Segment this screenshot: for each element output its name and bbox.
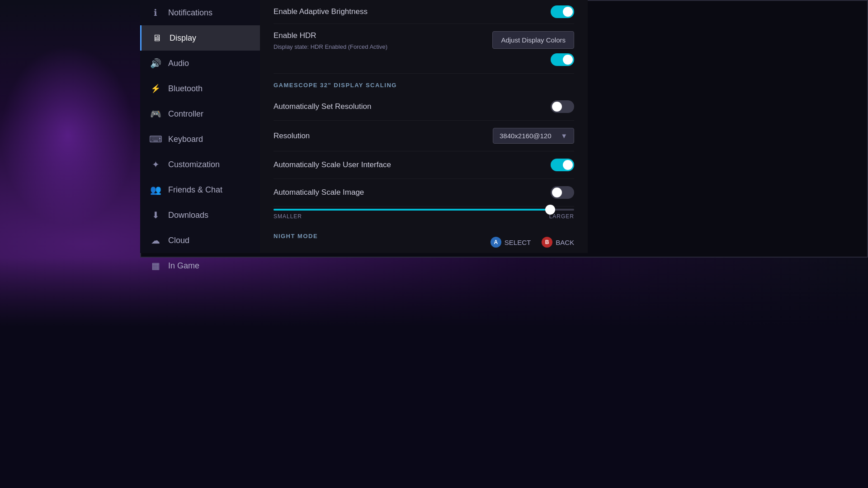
- resolution-dropdown[interactable]: 3840x2160@120 ▼: [493, 128, 574, 144]
- slider-labels: SMALLER LARGER: [274, 213, 574, 220]
- steam-deck-physical: [0, 258, 868, 488]
- resolution-value: 3840x2160@120: [500, 132, 552, 140]
- sidebar-item-downloads[interactable]: ⬇ Downloads: [140, 202, 260, 228]
- slider-larger-label: LARGER: [549, 213, 574, 220]
- sidebar-item-audio[interactable]: 🔊 Audio: [140, 51, 260, 76]
- customization-icon: ✦: [149, 158, 162, 171]
- gamescope-section-header: GAMESCOPE 32" DISPLAY SCALING: [274, 74, 574, 93]
- sidebar-item-keyboard[interactable]: ⌨ Keyboard: [140, 127, 260, 152]
- sidebar-item-display[interactable]: 🖥 Display: [140, 25, 260, 51]
- hdr-row: Enable HDR Display state: HDR Enabled (F…: [274, 24, 574, 74]
- friends-icon: 👥: [149, 183, 162, 196]
- sidebar-label-controller: Controller: [168, 109, 203, 119]
- auto-scale-image-toggle[interactable]: [551, 186, 574, 199]
- bottom-bar: A SELECT B BACK: [491, 237, 574, 248]
- back-label: BACK: [556, 239, 574, 246]
- sidebar-label-notifications: Notifications: [168, 8, 212, 18]
- auto-scale-ui-label: Automatically Scale User Interface: [274, 160, 391, 169]
- select-indicator: A SELECT: [491, 237, 531, 248]
- sidebar-label-cloud: Cloud: [168, 236, 189, 245]
- sidebar-label-downloads: Downloads: [168, 211, 208, 220]
- dropdown-chevron-icon: ▼: [561, 132, 567, 140]
- sidebar-label-keyboard: Keyboard: [168, 135, 203, 144]
- adaptive-brightness-row: Enable Adaptive Brightness: [274, 0, 574, 24]
- auto-set-resolution-label: Automatically Set Resolution: [274, 102, 371, 111]
- cloud-icon: ☁: [149, 234, 162, 247]
- sidebar-label-audio: Audio: [168, 59, 189, 68]
- hdr-right: Adjust Display Colors: [492, 31, 574, 66]
- purple-glow: [0, 45, 136, 226]
- sidebar: ℹ Notifications 🖥 Display 🔊 Audio ⚡ Blue…: [140, 0, 260, 253]
- sidebar-item-customization[interactable]: ✦ Customization: [140, 152, 260, 177]
- hdr-sublabel: Display state: HDR Enabled (Forced Activ…: [274, 43, 387, 50]
- hdr-toggle[interactable]: [551, 53, 574, 66]
- main-content: Enable Adaptive Brightness Enable HDR Di…: [260, 0, 588, 253]
- scale-slider-container: SMALLER LARGER: [274, 206, 574, 226]
- keyboard-icon: ⌨: [149, 133, 162, 145]
- sidebar-item-notifications[interactable]: ℹ Notifications: [140, 0, 260, 25]
- slider-smaller-label: SMALLER: [274, 213, 302, 220]
- controller-icon: 🎮: [149, 108, 162, 120]
- audio-icon: 🔊: [149, 57, 162, 70]
- sidebar-label-display: Display: [170, 33, 196, 43]
- auto-scale-ui-row: Automatically Scale User Interface: [274, 151, 574, 179]
- ingame-icon: ▦: [149, 259, 162, 272]
- sidebar-label-ingame: In Game: [168, 261, 199, 271]
- adaptive-brightness-toggle[interactable]: [551, 5, 574, 18]
- resolution-label: Resolution: [274, 131, 310, 141]
- auto-scale-image-label: Automatically Scale Image: [274, 188, 364, 197]
- back-indicator: B BACK: [542, 237, 574, 248]
- select-label: SELECT: [505, 239, 531, 246]
- ui-container: ℹ Notifications 🖥 Display 🔊 Audio ⚡ Blue…: [140, 0, 588, 253]
- slider-fill: [274, 209, 550, 211]
- sidebar-label-customization: Customization: [168, 160, 220, 169]
- sidebar-label-bluetooth: Bluetooth: [168, 84, 203, 94]
- slider-thumb[interactable]: [545, 205, 555, 215]
- sidebar-item-controller[interactable]: 🎮 Controller: [140, 101, 260, 127]
- hdr-label: Enable HDR: [274, 31, 387, 40]
- auto-set-resolution-toggle[interactable]: [551, 100, 574, 113]
- auto-scale-image-row: Automatically Scale Image: [274, 179, 574, 206]
- display-icon: 🖥: [151, 32, 163, 44]
- sidebar-label-friends: Friends & Chat: [168, 185, 222, 195]
- sidebar-item-bluetooth[interactable]: ⚡ Bluetooth: [140, 76, 260, 101]
- sidebar-item-cloud[interactable]: ☁ Cloud: [140, 228, 260, 253]
- auto-set-resolution-row: Automatically Set Resolution: [274, 93, 574, 121]
- resolution-row: Resolution 3840x2160@120 ▼: [274, 121, 574, 151]
- adaptive-brightness-label: Enable Adaptive Brightness: [274, 7, 368, 16]
- hdr-left: Enable HDR Display state: HDR Enabled (F…: [274, 31, 387, 50]
- b-button-icon: B: [542, 237, 552, 248]
- bluetooth-icon: ⚡: [149, 82, 162, 95]
- sidebar-item-friends[interactable]: 👥 Friends & Chat: [140, 177, 260, 202]
- a-button-icon: A: [491, 237, 501, 248]
- sidebar-item-ingame[interactable]: ▦ In Game: [140, 253, 260, 278]
- notifications-icon: ℹ: [149, 6, 162, 19]
- downloads-icon: ⬇: [149, 209, 162, 221]
- content-inner: Enable Adaptive Brightness Enable HDR Di…: [260, 0, 588, 253]
- adjust-display-colors-button[interactable]: Adjust Display Colors: [492, 31, 574, 49]
- auto-scale-ui-toggle[interactable]: [551, 159, 574, 171]
- scale-slider-track[interactable]: [274, 209, 574, 211]
